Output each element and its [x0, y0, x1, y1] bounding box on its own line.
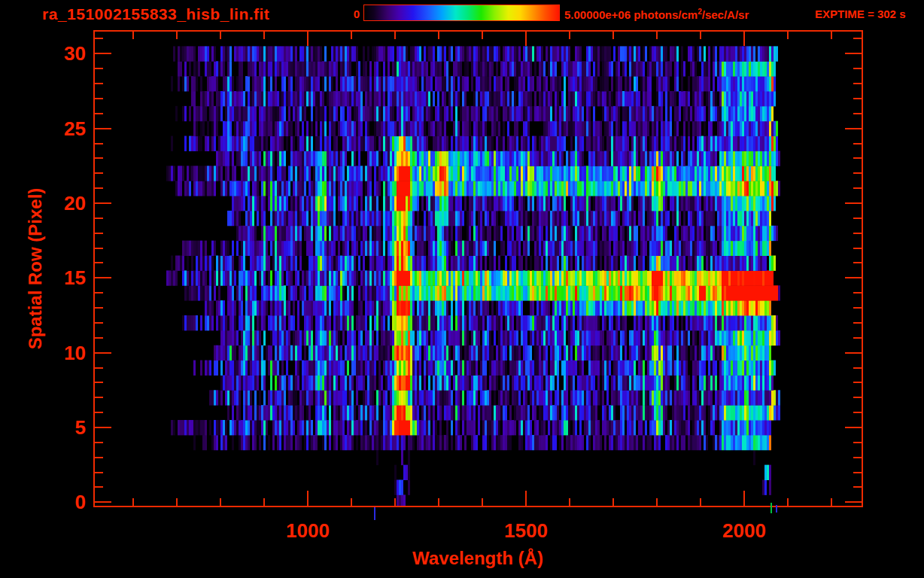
x-axis-top-tick: [482, 32, 483, 39]
y-axis-right-tick: [853, 98, 862, 99]
y-axis-tick: [95, 68, 103, 69]
y-axis-tick: [95, 262, 103, 263]
y-axis-tick: [95, 187, 103, 189]
y-axis-tick: [95, 442, 103, 443]
y-axis-right-tick: [853, 83, 862, 84]
y-axis-tick: [95, 397, 103, 398]
y-axis-right-tick: [845, 128, 862, 129]
x-axis-tick: [176, 498, 178, 506]
y-tick-label: 30: [0, 42, 86, 65]
y-axis-right-tick: [853, 486, 862, 488]
y-axis-tick: [95, 486, 103, 488]
x-axis-top-tick: [831, 32, 832, 39]
x-tick-label: 1500: [473, 519, 579, 543]
colorbar-min-label: 0: [345, 8, 360, 20]
x-axis-tick: [438, 498, 439, 506]
x-axis-tick: [263, 498, 265, 506]
axis-crossing-blue-streak: [776, 505, 777, 513]
y-axis-tick: [95, 53, 111, 54]
y-axis-tick: [95, 143, 103, 144]
y-axis-right-tick: [853, 457, 862, 458]
y-axis-tick: [95, 307, 103, 309]
x-axis-tick: [220, 498, 221, 506]
y-axis-tick: [95, 382, 103, 383]
y-axis-right-tick: [853, 292, 862, 294]
y-axis-right-tick: [853, 172, 862, 174]
y-axis-tick: [95, 233, 103, 234]
y-axis-right-tick: [853, 322, 862, 324]
colorbar-max-label: 5.00000e+06 photons/cm2/sec/A/sr: [564, 8, 749, 21]
y-tick-label: 25: [0, 117, 86, 140]
colorbar-max-value: 5.00000e+06: [564, 8, 631, 21]
y-axis-right-tick: [853, 187, 862, 189]
y-axis-right-tick: [853, 337, 862, 339]
x-axis-tick: [656, 498, 658, 506]
y-axis-right-tick: [853, 248, 862, 249]
y-axis-tick: [95, 457, 103, 458]
y-axis-right-tick: [845, 277, 862, 278]
y-axis-right-tick: [853, 397, 862, 398]
y-axis-right-tick: [853, 382, 862, 383]
filename-title: ra_151002155833_hisb_lin.fit: [42, 5, 269, 23]
y-axis-tick: [95, 202, 111, 204]
plot-frame: [93, 30, 863, 507]
y-axis-tick: [95, 367, 103, 369]
y-axis-tick: [95, 83, 103, 84]
y-axis-right-tick: [853, 262, 862, 263]
y-axis-right-tick: [845, 202, 862, 204]
y-axis-right-tick: [853, 68, 862, 69]
y-axis-tick: [95, 157, 103, 159]
y-axis-right-tick: [853, 143, 862, 144]
x-axis-tick: [351, 498, 352, 506]
y-axis-tick: [95, 472, 103, 473]
y-axis-right-tick: [853, 412, 862, 413]
x-axis-top-tick: [525, 32, 527, 46]
x-axis-top-tick: [220, 32, 221, 39]
x-axis-top-tick: [394, 32, 396, 39]
y-tick-label: 5: [0, 416, 86, 439]
x-axis-tick: [569, 498, 570, 506]
x-axis-tick: [394, 498, 396, 506]
x-axis-tick: [700, 498, 701, 506]
y-axis-right-tick: [845, 53, 862, 54]
y-axis-tick: [95, 337, 103, 339]
spectral-viewer: ra_151002155833_hisb_lin.fit 0 5.00000e+…: [0, 0, 924, 578]
x-axis-top-tick: [569, 32, 570, 39]
y-axis-tick: [95, 292, 103, 294]
x-axis-tick: [482, 498, 483, 506]
x-axis-tick: [307, 491, 309, 506]
y-axis-tick: [95, 172, 103, 174]
y-axis-tick: [95, 38, 103, 39]
x-axis-tick: [831, 498, 832, 506]
y-axis-right-tick: [845, 427, 862, 428]
y-axis-title: Spatial Row (Pixel): [25, 188, 46, 350]
y-axis-right-tick: [853, 472, 862, 473]
x-axis-top-tick: [656, 32, 658, 39]
y-axis-tick: [95, 412, 103, 413]
x-axis-top-tick: [176, 32, 178, 39]
y-axis-right-tick: [853, 218, 862, 219]
x-axis-title: Wavelength (Å): [412, 548, 543, 569]
y-axis-tick: [95, 322, 103, 324]
x-axis-top-tick: [263, 32, 265, 39]
y-axis-tick: [95, 427, 111, 428]
y-axis-right-tick: [853, 233, 862, 234]
x-axis-tick: [525, 491, 527, 506]
y-axis-right-tick: [853, 113, 862, 114]
x-axis-tick: [612, 498, 614, 506]
x-axis-top-tick: [787, 32, 789, 39]
y-axis-right-tick: [853, 38, 862, 39]
y-tick-label: 0: [0, 491, 86, 513]
colorbar-units: photons/cm: [631, 8, 698, 21]
y-axis-tick: [95, 248, 103, 249]
y-axis-right-tick: [853, 307, 862, 309]
x-tick-label: 1000: [255, 519, 360, 543]
y-axis-right-tick: [845, 501, 862, 503]
y-axis-tick: [95, 98, 103, 99]
x-axis-top-tick: [743, 32, 745, 46]
x-axis-top-tick: [438, 32, 439, 39]
axis-crossing-green-streak: [771, 503, 772, 513]
y-axis-right-tick: [845, 352, 862, 354]
exptime-label: EXPTIME = 302 s: [815, 8, 905, 20]
y-axis-tick: [95, 128, 111, 129]
